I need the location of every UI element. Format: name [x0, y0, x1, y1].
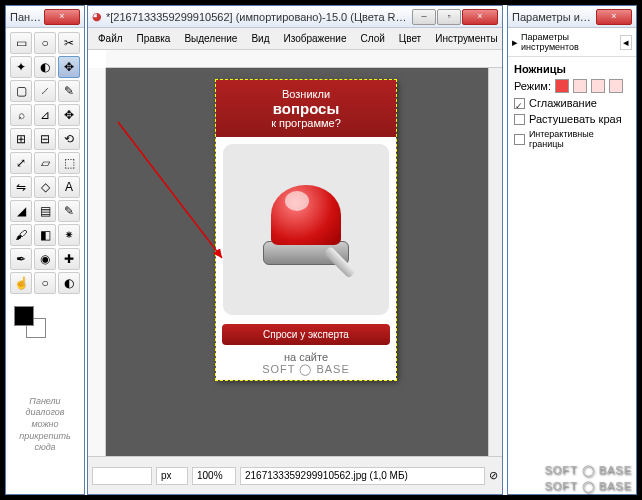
tool-text[interactable]: A [58, 176, 80, 198]
tool-align[interactable]: ⊞ [10, 128, 32, 150]
feather-checkbox[interactable] [514, 114, 525, 125]
toolbox-window: Панель инстр... × ▭ ○ ✂ ✦ ◐ ✥ ▢ ⟋ ✎ ⌕ ⊿ … [5, 5, 85, 495]
antialias-label: Сглаживание [529, 97, 597, 109]
tool-name: Ножницы [514, 63, 566, 75]
tool-perspective[interactable]: ⬚ [58, 152, 80, 174]
menu-tools[interactable]: Инструменты [429, 31, 503, 46]
tab-icon: ▸ [512, 36, 518, 49]
tool-rect-select[interactable]: ▭ [10, 32, 32, 54]
ruler-vertical[interactable] [88, 68, 106, 456]
tool-smudge[interactable]: ☝ [10, 272, 32, 294]
tool-measure[interactable]: ⊿ [34, 104, 56, 126]
watermark: SOFT ◯ BASESOFT ◯ BASE [544, 463, 632, 494]
mode-subtract[interactable] [591, 79, 605, 93]
tool-scale[interactable]: ⤢ [10, 152, 32, 174]
params-title: Параметры инструментов [512, 11, 596, 23]
status-cancel-icon[interactable]: ⊘ [489, 469, 498, 482]
tool-fuzzy-select[interactable]: ✦ [10, 56, 32, 78]
gimp-icon: ◕ [92, 10, 102, 23]
tool-bucket[interactable]: ◢ [10, 200, 32, 222]
antialias-checkbox[interactable] [514, 98, 525, 109]
tool-blend[interactable]: ▤ [34, 200, 56, 222]
tool-flip[interactable]: ⇋ [10, 176, 32, 198]
tab-menu-icon[interactable]: ◂ [620, 35, 632, 50]
dock-hint: Панели диалогов можно прикрепить сюда [12, 396, 78, 454]
canvas-area[interactable]: Возникли вопросы к программе? Спроси у э… [106, 68, 488, 456]
image-titlebar[interactable]: ◕ *[2167133359299910562] (импортировано)… [88, 6, 502, 28]
tool-foreground[interactable]: ▢ [10, 80, 32, 102]
minimize-button[interactable]: – [412, 9, 436, 25]
status-bar: px 100% 2167133359299910562.jpg (1,0 МБ)… [88, 456, 502, 494]
feather-label: Растушевать края [529, 113, 622, 125]
image-window: ◕ *[2167133359299910562] (импортировано)… [87, 5, 503, 495]
params-body: Ножницы Режим: Сглаживание Растушевать к… [508, 57, 636, 159]
tool-color-select[interactable]: ◐ [34, 56, 56, 78]
tool-blur[interactable]: ○ [34, 272, 56, 294]
menu-file[interactable]: Файл [92, 31, 129, 46]
status-file: 2167133359299910562.jpg (1,0 МБ) [240, 467, 485, 485]
params-tab[interactable]: Параметры инструментов [521, 32, 620, 52]
tool-brush[interactable]: 🖌 [10, 224, 32, 246]
tool-rotate[interactable]: ⟲ [58, 128, 80, 150]
svg-line-0 [118, 122, 222, 258]
tool-paths[interactable]: ⟋ [34, 80, 56, 102]
tool-picker[interactable]: ✎ [58, 80, 80, 102]
mode-intersect[interactable] [609, 79, 623, 93]
menu-bar: Файл Правка Выделение Вид Изображение Сл… [88, 28, 502, 50]
color-swatches[interactable] [14, 306, 54, 338]
tool-scissors[interactable]: ✥ [58, 56, 80, 78]
tool-dodge[interactable]: ◐ [58, 272, 80, 294]
tool-move[interactable]: ✥ [58, 104, 80, 126]
tool-options-window: Параметры инструментов × ▸ Параметры инс… [507, 5, 637, 495]
ruler-horizontal[interactable] [106, 50, 502, 68]
menu-select[interactable]: Выделение [178, 31, 243, 46]
menu-edit[interactable]: Правка [131, 31, 177, 46]
canvas[interactable]: Возникли вопросы к программе? Спроси у э… [216, 80, 396, 380]
tool-clone[interactable]: ◉ [34, 248, 56, 270]
menu-layer[interactable]: Слой [354, 31, 390, 46]
maximize-button[interactable]: ▫ [437, 9, 461, 25]
menu-view[interactable]: Вид [245, 31, 275, 46]
close-icon[interactable]: × [596, 9, 632, 25]
fg-color[interactable] [14, 306, 34, 326]
tool-free-select[interactable]: ✂ [58, 32, 80, 54]
status-unit[interactable]: px [156, 467, 188, 485]
image-title: *[2167133359299910562] (импортировано)-1… [106, 11, 412, 23]
toolbox-title: Панель инстр... [10, 11, 44, 23]
menu-colors[interactable]: Цвет [393, 31, 427, 46]
interactive-checkbox[interactable] [514, 134, 525, 145]
alarm-icon [261, 185, 351, 275]
scrollbar-vertical[interactable] [488, 68, 502, 456]
close-icon[interactable]: × [44, 9, 80, 25]
mode-label: Режим: [514, 80, 551, 92]
tool-heal[interactable]: ✚ [58, 248, 80, 270]
interactive-label: Интерактивные границы [529, 129, 630, 149]
tool-crop[interactable]: ⊟ [34, 128, 56, 150]
mode-replace[interactable] [555, 79, 569, 93]
tool-cage[interactable]: ◇ [34, 176, 56, 198]
tool-eraser[interactable]: ◧ [34, 224, 56, 246]
close-button[interactable]: × [462, 9, 498, 25]
toolbox-titlebar[interactable]: Панель инстр... × [6, 6, 84, 28]
status-coords [92, 467, 152, 485]
status-zoom[interactable]: 100% [192, 467, 236, 485]
tool-zoom[interactable]: ⌕ [10, 104, 32, 126]
tool-pencil[interactable]: ✎ [58, 200, 80, 222]
tool-ellipse-select[interactable]: ○ [34, 32, 56, 54]
tool-shear[interactable]: ▱ [34, 152, 56, 174]
tool-airbrush[interactable]: ⁕ [58, 224, 80, 246]
mode-add[interactable] [573, 79, 587, 93]
menu-image[interactable]: Изображение [277, 31, 352, 46]
tool-grid: ▭ ○ ✂ ✦ ◐ ✥ ▢ ⟋ ✎ ⌕ ⊿ ✥ ⊞ ⊟ ⟲ ⤢ ▱ ⬚ ⇋ ◇ … [6, 28, 84, 298]
tool-ink[interactable]: ✒ [10, 248, 32, 270]
params-titlebar[interactable]: Параметры инструментов × [508, 6, 636, 28]
